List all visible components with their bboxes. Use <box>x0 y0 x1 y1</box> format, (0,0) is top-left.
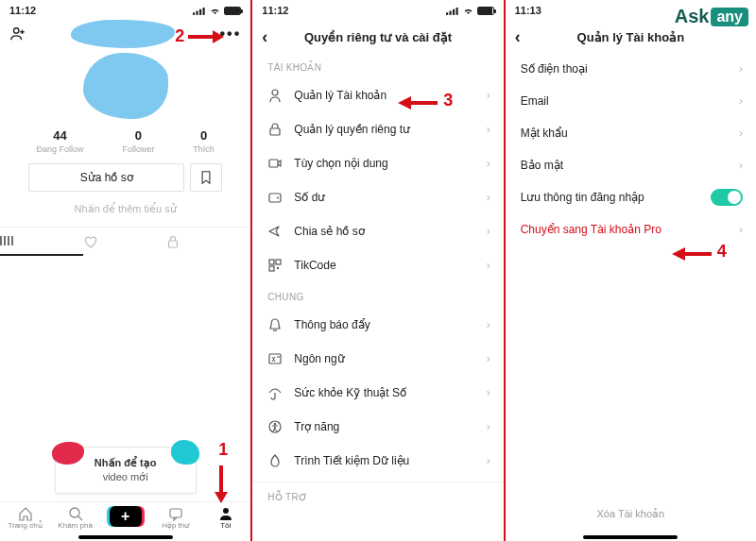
nav-profile[interactable]: Tôi <box>200 506 250 530</box>
stat-following[interactable]: 44Đang Follow <box>36 128 83 154</box>
home-indicator <box>583 535 678 539</box>
row-phone[interactable]: Số điện thoại› <box>506 53 756 85</box>
person-icon <box>267 88 283 103</box>
tab-liked[interactable] <box>83 228 166 256</box>
page-title: Quản lý Tài khoản <box>577 30 685 44</box>
bell-icon <box>267 317 283 332</box>
svg-rect-14 <box>270 128 280 135</box>
status-bar: 11:12 <box>0 0 250 21</box>
qr-icon <box>267 258 283 273</box>
nav-home[interactable]: Trang chủ <box>0 506 50 530</box>
svg-rect-16 <box>269 194 281 202</box>
svg-rect-12 <box>455 8 457 15</box>
tab-grid[interactable] <box>0 228 83 256</box>
svg-rect-3 <box>203 8 205 15</box>
svg-rect-5 <box>168 241 177 247</box>
svg-point-8 <box>223 508 229 514</box>
row-share-profile[interactable]: Chia sẻ hồ sơ› <box>252 214 503 248</box>
wifi-icon <box>209 7 221 15</box>
edit-profile-button[interactable]: Sửa hồ sơ <box>28 163 184 192</box>
svg-point-6 <box>70 508 79 517</box>
status-icons <box>446 7 494 15</box>
battery-icon <box>477 7 494 15</box>
page-title: Quyền riêng tư và cài đặt <box>304 30 452 44</box>
svg-rect-21 <box>277 267 279 269</box>
lock-icon <box>267 122 283 137</box>
stat-followers[interactable]: 0Follower <box>122 128 154 154</box>
bookmark-button[interactable] <box>190 163 222 192</box>
svg-point-17 <box>277 197 279 199</box>
phone-panel-3: 11:13 ‹ Quản lý Tài khoản Số điện thoại›… <box>506 0 756 541</box>
stat-likes[interactable]: 0Thích <box>193 128 215 154</box>
more-menu-button[interactable]: ••• <box>220 25 242 42</box>
row-digital-wellbeing[interactable]: Sức khỏe Kỹ thuật Số› <box>252 376 503 410</box>
back-button[interactable]: ‹ <box>515 27 521 47</box>
svg-rect-1 <box>197 10 198 14</box>
section-account: TÀI KHOẢN <box>252 53 503 78</box>
row-language[interactable]: Ngôn ngữ› <box>252 342 503 376</box>
row-security[interactable]: Bảo mật› <box>506 149 756 181</box>
row-content-pref[interactable]: Tùy chọn nội dung› <box>252 146 503 180</box>
phone-panel-1: 11:12 ••• 44Đang Follow 0Follower 0Thích… <box>0 0 250 541</box>
askany-logo: Ask any <box>675 6 748 27</box>
svg-rect-11 <box>453 8 455 14</box>
row-tikcode[interactable]: TikCode› <box>252 248 503 282</box>
edit-profile-row: Sửa hồ sơ <box>28 163 222 192</box>
row-balance[interactable]: Số dư› <box>252 180 503 214</box>
row-data-saver[interactable]: Trình Tiết kiệm Dữ liệu› <box>252 444 503 478</box>
inbox-icon <box>168 506 183 521</box>
svg-rect-10 <box>449 10 451 14</box>
avatar-redacted <box>83 53 168 119</box>
phone-panel-2: 11:12 ‹ Quyền riêng tư và cài đặt TÀI KH… <box>252 0 503 541</box>
bottom-nav: Trang chủ Khám phá + Hộp thư Tôi <box>0 501 250 532</box>
add-person-icon[interactable] <box>9 25 26 42</box>
create-video-card[interactable]: Nhấn để tạo video mới <box>55 447 197 494</box>
bookmark-icon <box>199 171 213 184</box>
svg-rect-18 <box>269 260 274 264</box>
tab-private[interactable] <box>167 228 250 256</box>
plus-icon: + <box>110 506 142 527</box>
delete-account-link[interactable]: Xóa Tài khoản <box>506 497 756 532</box>
svg-rect-9 <box>446 12 448 15</box>
row-manage-account[interactable]: Quản lý Tài khoản› <box>252 78 503 112</box>
row-push-notif[interactable]: Thông báo đẩy› <box>252 308 503 342</box>
svg-point-24 <box>274 423 276 425</box>
row-email[interactable]: Email› <box>506 85 756 117</box>
wifi-icon <box>462 7 474 15</box>
home-indicator <box>78 535 173 539</box>
section-support: HỖ TRỢ <box>252 482 503 508</box>
back-button[interactable]: ‹ <box>262 27 267 47</box>
nav-inbox[interactable]: Hộp thư <box>150 506 200 530</box>
nav-discover[interactable]: Khám phá <box>50 506 100 530</box>
status-time: 11:12 <box>262 5 288 16</box>
svg-rect-2 <box>199 8 201 14</box>
add-bio-hint[interactable]: Nhấn để thêm tiểu sử <box>0 203 250 215</box>
signal-icon <box>446 7 459 15</box>
svg-rect-19 <box>276 260 281 264</box>
toggle-save-login[interactable] <box>711 189 743 206</box>
video-icon <box>267 156 283 171</box>
row-privacy[interactable]: Quản lý quyền riêng tư› <box>252 112 503 146</box>
row-switch-pro[interactable]: Chuyển sang Tài khoản Pro› <box>506 213 756 245</box>
arrow-1-icon <box>212 464 231 505</box>
svg-point-13 <box>272 90 278 95</box>
username-redacted <box>71 20 175 48</box>
settings-header: ‹ Quyền riêng tư và cài đặt <box>252 21 503 53</box>
row-password[interactable]: Mật khẩu› <box>506 117 756 149</box>
profile-tabs <box>0 227 250 256</box>
data-icon <box>267 453 283 468</box>
svg-rect-22 <box>269 354 281 363</box>
row-save-login[interactable]: Lưu thông tin đăng nhập <box>506 181 756 213</box>
svg-rect-20 <box>269 266 274 271</box>
svg-point-4 <box>14 28 19 33</box>
umbrella-icon <box>267 385 283 400</box>
nav-create[interactable]: + <box>100 506 150 530</box>
section-general: CHUNG <box>252 282 503 308</box>
status-time: 11:12 <box>9 5 36 16</box>
svg-rect-0 <box>193 12 195 15</box>
language-icon <box>267 351 283 366</box>
svg-rect-15 <box>269 160 278 167</box>
row-accessibility[interactable]: Trợ năng› <box>252 410 503 444</box>
svg-rect-7 <box>170 509 181 517</box>
battery-icon <box>224 7 241 15</box>
